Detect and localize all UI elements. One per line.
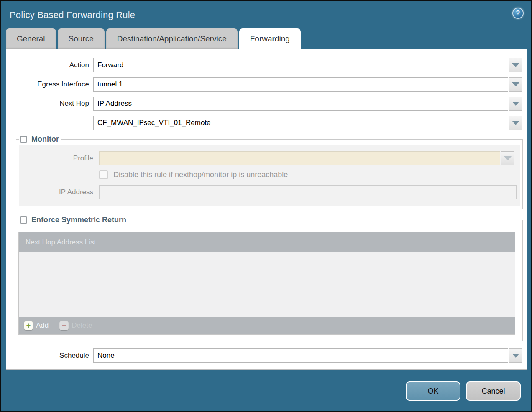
profile-label: Profile xyxy=(19,154,99,163)
profile-field xyxy=(99,151,514,165)
next-hop-address-list-body[interactable] xyxy=(19,252,515,317)
policy-based-forwarding-rule-dialog: Policy Based Forwarding Rule ? General S… xyxy=(0,0,532,412)
monitor-disabled-area: Profile Disable this rule if nexthop/mon… xyxy=(19,145,520,206)
profile-row: Profile xyxy=(19,151,520,165)
profile-select xyxy=(99,151,500,165)
next-hop-type-dropdown-button[interactable] xyxy=(509,97,522,111)
action-select[interactable]: Forward xyxy=(93,58,508,72)
ok-button[interactable]: OK xyxy=(406,381,460,401)
add-button[interactable]: + Add xyxy=(24,321,49,330)
forwarding-tab-panel: Action Forward Egress Interface tunnel.1… xyxy=(6,49,527,370)
monitor-ip-address-label: IP Address xyxy=(19,188,99,196)
delete-button: − Delete xyxy=(59,321,92,330)
disable-rule-checkbox xyxy=(99,170,108,179)
next-hop-address-list-toolbar: + Add − Delete xyxy=(19,317,515,334)
tab-general[interactable]: General xyxy=(6,28,56,49)
schedule-row: Schedule None xyxy=(6,348,527,363)
monitor-section: Monitor Profile Disable this rule if nex… xyxy=(16,135,523,209)
chevron-down-icon xyxy=(512,354,519,358)
disable-rule-row: Disable this rule if nexthop/monitor ip … xyxy=(99,170,520,179)
enforce-symmetric-return-legend: Enforce Symmetric Return xyxy=(19,216,129,224)
schedule-label: Schedule xyxy=(6,351,93,360)
dialog-titlebar: Policy Based Forwarding Rule ? xyxy=(1,1,531,28)
tab-destination-application-service[interactable]: Destination/Application/Service xyxy=(106,28,238,49)
next-hop-address-dropdown-button[interactable] xyxy=(509,116,522,130)
egress-interface-select[interactable]: tunnel.1 xyxy=(93,77,508,92)
delete-button-label: Delete xyxy=(72,321,92,330)
plus-icon: + xyxy=(24,321,33,330)
next-hop-address-list-header: Next Hop Address List xyxy=(19,232,515,252)
monitor-legend: Monitor xyxy=(19,135,61,144)
schedule-dropdown-button[interactable] xyxy=(509,348,522,363)
monitor-checkbox[interactable] xyxy=(20,136,27,143)
tab-forwarding[interactable]: Forwarding xyxy=(239,28,301,49)
chevron-down-icon xyxy=(512,102,519,106)
next-hop-address-list-table: Next Hop Address List + Add − Delete xyxy=(18,232,515,335)
monitor-ip-address-input xyxy=(99,185,517,199)
schedule-select[interactable]: None xyxy=(93,348,508,363)
schedule-field: None xyxy=(93,348,522,363)
enforce-symmetric-return-label: Enforce Symmetric Return xyxy=(31,216,126,224)
enforce-symmetric-return-section: Enforce Symmetric Return Next Hop Addres… xyxy=(16,216,523,341)
disable-rule-label: Disable this rule if nexthop/monitor ip … xyxy=(113,170,288,179)
help-icon[interactable]: ? xyxy=(512,8,524,19)
dialog-footer: OK Cancel xyxy=(406,381,521,401)
next-hop-type-select[interactable]: IP Address xyxy=(93,97,508,111)
next-hop-address-select[interactable]: CF_MWAN_IPsec_VTI_01_Remote xyxy=(93,116,508,130)
minus-icon: − xyxy=(59,321,69,330)
monitor-ip-address-row: IP Address xyxy=(19,185,520,199)
next-hop-address-field: CF_MWAN_IPsec_VTI_01_Remote xyxy=(93,116,522,130)
chevron-down-icon xyxy=(512,63,519,67)
monitor-ip-address-field xyxy=(99,185,517,199)
dialog-title: Policy Based Forwarding Rule xyxy=(10,10,135,20)
next-hop-row: Next Hop IP Address xyxy=(6,97,527,111)
add-button-label: Add xyxy=(36,321,49,330)
chevron-down-icon xyxy=(512,121,519,125)
cancel-button[interactable]: Cancel xyxy=(466,381,521,401)
action-field: Forward xyxy=(93,58,522,72)
action-label: Action xyxy=(6,61,93,69)
next-hop-address-row: CF_MWAN_IPsec_VTI_01_Remote xyxy=(6,116,527,130)
egress-interface-row: Egress Interface tunnel.1 xyxy=(6,77,527,92)
chevron-down-icon xyxy=(512,82,519,86)
enforce-symmetric-return-checkbox[interactable] xyxy=(20,216,27,224)
monitor-section-label: Monitor xyxy=(31,135,59,144)
chevron-down-icon xyxy=(504,156,512,160)
egress-interface-dropdown-button[interactable] xyxy=(509,77,522,92)
next-hop-type-field: IP Address xyxy=(93,97,522,111)
egress-interface-field: tunnel.1 xyxy=(93,77,522,92)
action-row: Action Forward xyxy=(6,58,527,72)
egress-interface-label: Egress Interface xyxy=(6,80,93,89)
profile-dropdown-button xyxy=(501,151,514,165)
tab-bar: General Source Destination/Application/S… xyxy=(1,28,531,49)
tab-source[interactable]: Source xyxy=(58,28,105,49)
action-dropdown-button[interactable] xyxy=(509,58,522,72)
next-hop-label: Next Hop xyxy=(6,99,93,108)
